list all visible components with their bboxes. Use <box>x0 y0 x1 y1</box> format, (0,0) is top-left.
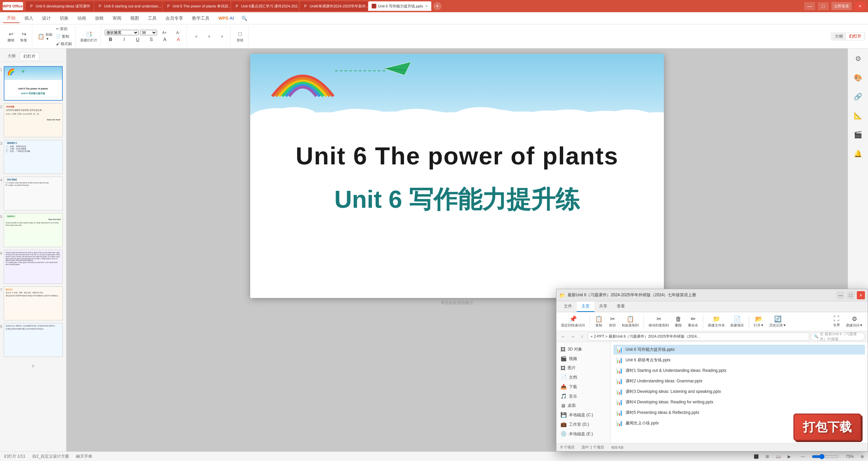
ribbon-tab-wpsai[interactable]: WPS AI <box>214 14 238 22</box>
file-item-0[interactable]: 📊 Unit 6 写作能力提升练.pptx <box>613 345 865 355</box>
slide-thumb-6[interactable]: Farmers plant the seeds into the earth i… <box>4 250 63 284</box>
bold-button[interactable]: B <box>104 36 117 43</box>
zoom-slider[interactable] <box>812 454 839 459</box>
fm-sidebar-downloads[interactable]: 📥 下载 <box>558 382 609 392</box>
reading-btn[interactable]: 📖 <box>776 454 781 459</box>
slide-toggle[interactable]: 幻灯片 <box>846 33 864 40</box>
newslide-button[interactable]: 📑 新建幻灯片 <box>79 29 99 43</box>
fm-close-button[interactable]: × <box>857 291 865 299</box>
underline-button[interactable]: U <box>132 36 144 43</box>
fm-address-bar[interactable]: « 2-PPT > 最新Unit 6（习题课件）2024-2025学年外研版（2… <box>588 333 809 341</box>
ribbon-tab-transitions[interactable]: 切换 <box>56 14 73 23</box>
slide-thumb-4[interactable]: 【词汇联想】 A: ▸ stands: walk with plants ok … <box>4 177 63 211</box>
formatpaint-button[interactable]: 🖌 格式刷 <box>55 40 73 47</box>
fm-copy-button[interactable]: 📋 复制 <box>593 315 605 328</box>
file-item-5[interactable]: 📊 课时4 Developing ideas: Reading for writ… <box>613 397 865 407</box>
fm-tab-home[interactable]: 主页 <box>577 301 594 312</box>
slide-thumb-3[interactable]: 【架构简介】 一、自然、环境与生态 二、人物、生活与情感 三、社会、一切的生活对… <box>4 140 63 174</box>
paste-button[interactable]: 📋 粘贴 ▼ <box>36 32 54 41</box>
ribbon-search[interactable]: 🔍 <box>241 16 247 21</box>
download-banner[interactable]: 打包下载 <box>793 414 861 441</box>
fm-pin-button[interactable]: 📌 固定到快速访问 <box>559 315 587 328</box>
ribbon-tab-slideshow[interactable]: 放映 <box>91 14 108 23</box>
shapes-button[interactable]: □ 形状 <box>234 29 246 43</box>
fm-history-button[interactable]: 🔄 历史记录▼ <box>767 315 788 328</box>
slide-thumb-8[interactable]: 提示(and so): 初级词汇, 充分展现所学内容, 合理运用 所有主要词汇.… <box>4 323 63 357</box>
undo-button[interactable]: ↩ 撤销 <box>5 29 17 43</box>
font-family-select[interactable]: 微软雅黑 <box>105 30 139 35</box>
fm-tab-file[interactable]: 文件 <box>559 301 577 312</box>
fontcolor-button[interactable]: A <box>172 36 184 43</box>
ribbon-tab-insert[interactable]: 插入 <box>20 14 37 23</box>
fm-settings-button[interactable]: ⚙ 易捷访问▼ <box>844 315 865 328</box>
right-measure-button[interactable]: 📐 <box>851 108 866 123</box>
tab-3[interactable]: P Unit 6 The power of plants 单词训... <box>163 1 231 11</box>
maximize-button[interactable]: □ <box>818 2 829 10</box>
fontsize-increase-button[interactable]: A+ <box>158 30 171 35</box>
tab-2[interactable]: P Unit 6 starting out and understan... <box>94 1 162 11</box>
fm-sidebar-desktop[interactable]: 🖥 桌面 <box>558 401 609 410</box>
file-item-4[interactable]: 📊 课时3 Developing ideas: Listening and sp… <box>613 387 865 397</box>
fm-open-button[interactable]: 📂 打开▼ <box>752 315 766 328</box>
ribbon-tab-tools[interactable]: 工具 <box>144 14 161 23</box>
slide-thumb-5[interactable]: 【范例范文】 Save the food Grains provide us w… <box>4 213 63 247</box>
ribbon-tab-view[interactable]: 视图 <box>126 14 143 23</box>
fm-newitem-button[interactable]: 📄 新建项目 <box>728 315 746 328</box>
tab-5[interactable]: P Unit6单调课件2024-2025学年新外... <box>300 1 368 11</box>
copy-button[interactable]: 📄 复制 <box>55 33 73 40</box>
fm-tab-share[interactable]: 共享 <box>594 301 612 312</box>
fontsize-decrease-button[interactable]: A- <box>172 30 184 35</box>
fm-back-button[interactable]: ← <box>559 333 567 341</box>
strikethrough-button[interactable]: S <box>145 36 157 43</box>
fit-btn[interactable]: ⊕ <box>861 454 864 459</box>
fm-search-bar[interactable]: 🔍 在 最新Unit 6（习题课件）中搜索 <box>811 333 865 341</box>
ribbon-tab-review[interactable]: 审阅 <box>108 14 125 23</box>
tab-1[interactable]: P Unit 6 developing ideas 读写课件 <box>26 1 94 11</box>
fm-delete-button[interactable]: 🗑 删除 <box>672 315 685 328</box>
slide-main-content[interactable]: Unit 6 The power of plants Unit 6 写作能力提升… <box>250 142 664 216</box>
tab-close-6[interactable]: × <box>425 3 428 9</box>
add-slide-button[interactable]: + <box>31 362 35 370</box>
file-item-3[interactable]: 📊 课时2 Understanding ideas: Grammar.pptx <box>613 376 865 386</box>
file-item-1[interactable]: 📊 Unit 6 易错考点专练.pptx <box>613 355 865 365</box>
fm-forward-button[interactable]: → <box>569 333 577 341</box>
fm-move-button[interactable]: ✂ 移动到复制到 <box>647 315 671 328</box>
fm-fullscreen-button[interactable]: ⛶ 全屏 <box>830 315 843 328</box>
shadow-button[interactable]: A <box>159 36 171 43</box>
add-tab-button[interactable]: + <box>433 2 441 10</box>
slide-thumb-2[interactable]: 写作美题 在写作中,植物不仅是背景,也可以是主角.... grains, 杂粮,… <box>4 103 63 137</box>
redo-button[interactable]: ↪ 恢复 <box>18 29 30 43</box>
ribbon-tab-teaching[interactable]: 教学工具 <box>188 14 214 23</box>
close-button[interactable]: × <box>854 2 865 10</box>
fm-maximize-button[interactable]: □ <box>847 291 855 299</box>
right-animation-button[interactable]: 🎬 <box>851 127 866 142</box>
outline-view-btn[interactable]: 大纲 <box>4 53 19 60</box>
fm-sidebar-picture[interactable]: 🖼 图片 <box>558 363 609 373</box>
fm-sidebar-d-drive[interactable]: 💼 工作室 (D:) <box>558 420 609 429</box>
fm-newfolder-button[interactable]: 📁 新建文件夹 <box>706 315 727 328</box>
ribbon-tab-start[interactable]: 开始 <box>3 14 20 23</box>
minimize-button[interactable]: — <box>804 2 815 10</box>
italic-button[interactable]: I <box>118 36 130 43</box>
login-button[interactable]: 立即登录 <box>831 2 852 10</box>
slide-thumb-1[interactable]: 🌈 ✈ Unit 6 The power of plants Unit 6 写作… <box>4 66 63 101</box>
slideshow-btn[interactable]: ▶ <box>788 454 791 459</box>
slide-canvas[interactable]: Unit 6 The power of plants Unit 6 写作能力提升… <box>250 54 664 298</box>
fm-rename-button[interactable]: ✏ 重命名 <box>686 315 700 328</box>
fm-paste-button[interactable]: 📋 粘贴复制到 <box>620 315 641 328</box>
right-theme-button[interactable]: 🎨 <box>851 70 866 85</box>
font-label[interactable]: 融天字体 <box>76 454 92 459</box>
ribbon-tab-design[interactable]: 设计 <box>38 14 55 23</box>
normal-view-btn[interactable]: ⬛ <box>754 454 759 459</box>
fm-minimize-button[interactable]: — <box>836 291 845 299</box>
fm-cut-button[interactable]: ✂ 剪切 <box>606 315 618 328</box>
align-right-button[interactable]: ≡ <box>216 34 228 39</box>
right-settings-button[interactable]: ⚙ <box>851 51 866 66</box>
slide-thumb-7[interactable]: 重点句式 原文"在 中 关键、强调、难点过渡、精彩词汇共同... 通过这些词汇积… <box>4 286 63 320</box>
fm-sidebar-3d[interactable]: 🖼 3D 对象 <box>558 345 609 354</box>
cut-button[interactable]: ✂ 剪切 <box>55 25 73 32</box>
fm-sidebar-c-drive[interactable]: 💾 本地磁盘 (C:) <box>558 410 609 420</box>
font-size-select[interactable]: 36 <box>140 30 157 35</box>
right-link-button[interactable]: 🔗 <box>851 89 866 104</box>
ribbon-tab-animations[interactable]: 动画 <box>73 14 90 23</box>
